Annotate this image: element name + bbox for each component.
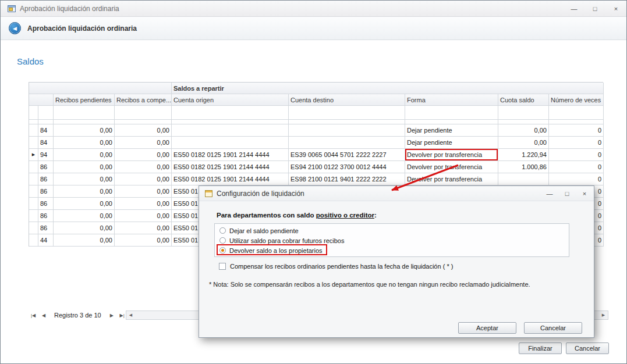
cell-recibos-pendientes[interactable]: 0,00	[54, 210, 115, 222]
cell-recibos-compensar[interactable]: 0,00	[115, 185, 172, 198]
cell-row-indicator[interactable]	[29, 234, 38, 247]
column-header-cuenta-destino[interactable]: Cuenta destino	[289, 94, 405, 106]
cell-cuota-saldo[interactable]: 0,00	[498, 124, 549, 137]
finalizar-button[interactable]: Finalizar	[519, 342, 562, 354]
back-button[interactable]: ◀	[9, 22, 21, 34]
cell-cuenta-origen[interactable]	[172, 137, 289, 149]
column-header-cuenta-origen[interactable]: Cuenta origen	[172, 94, 289, 106]
cell-row-indicator[interactable]	[29, 198, 38, 210]
cell-row-indicator[interactable]	[29, 161, 38, 173]
cell-id[interactable]: 86	[38, 173, 54, 185]
aceptar-button[interactable]: Aceptar	[458, 322, 516, 334]
cell-cuenta-destino[interactable]: ES39 0065 0044 5701 2222 2227	[289, 149, 405, 161]
cell-row-indicator[interactable]	[29, 173, 38, 185]
cell-cuota-saldo[interactable]: 1.220,94	[498, 149, 549, 161]
cell-cuenta-origen[interactable]: ES50 0182 0125 1901 2144 4444	[172, 161, 289, 173]
cell-cuota-saldo[interactable]: 0,00	[498, 137, 549, 149]
cell-recibos-compensar[interactable]: 0,00	[115, 222, 172, 234]
compensar-checkbox-row[interactable]: Compensar los recibos ordinarios pendien…	[219, 263, 453, 270]
cell-recibos-pendientes[interactable]: 0,00	[54, 198, 115, 210]
cell-cuenta-origen[interactable]: ES50 0182 0125 1901 2144 4444	[172, 173, 289, 185]
dialog-cancelar-button[interactable]: Cancelar	[524, 322, 582, 334]
cell-recibos-pendientes[interactable]: 0,00	[54, 124, 115, 137]
cell-row-indicator[interactable]	[29, 210, 38, 222]
cancelar-button[interactable]: Cancelar	[566, 342, 609, 354]
cell-recibos-pendientes[interactable]: 0,00	[54, 222, 115, 234]
cell-id[interactable]: 44	[38, 234, 54, 247]
cell-recibos-pendientes[interactable]: 0,00	[54, 234, 115, 247]
table-row[interactable]: 840,000,00Dejar pendiente0,000	[29, 124, 603, 137]
cell-id[interactable]: 86	[38, 185, 54, 198]
cell-cuenta-destino[interactable]: ES98 2100 0121 9401 2222 2222	[289, 173, 405, 185]
column-header-recibos-compensar[interactable]: Recibos a compe...	[115, 94, 172, 106]
table-row[interactable]: 860,000,00ES50 0182 0125 1901 2144 4444E…	[29, 173, 603, 185]
nav-next-icon[interactable]: ▶	[107, 311, 116, 319]
cell-recibos-pendientes[interactable]: 0,00	[54, 149, 115, 161]
cell-forma[interactable]: Dejar pendiente	[405, 137, 498, 149]
scroll-left-icon[interactable]: ◀	[126, 311, 135, 319]
column-header-cuota-saldo[interactable]: Cuota saldo	[498, 94, 549, 106]
cell-recibos-pendientes[interactable]: 0,00	[54, 185, 115, 198]
cell-id[interactable]: 86	[38, 161, 54, 173]
cell-row-indicator[interactable]	[29, 124, 38, 137]
cell-row-indicator[interactable]: ▶	[29, 149, 38, 161]
cell-forma[interactable]: Devolver por transferencia	[405, 161, 498, 173]
cell-id[interactable]: 86	[38, 210, 54, 222]
radio-option-dejar[interactable]: Dejar el saldo pendiente	[215, 226, 569, 235]
radio-label: Dejar el saldo pendiente	[229, 227, 299, 234]
radio-option-utilizar[interactable]: Utilizar saldo para cobrar futuros recib…	[215, 235, 569, 245]
cell-cuenta-destino[interactable]	[289, 137, 405, 149]
cell-numero-veces[interactable]: 0	[549, 137, 604, 149]
cell-recibos-compensar[interactable]: 0,00	[115, 234, 172, 247]
cell-id[interactable]: 86	[38, 222, 54, 234]
cell-recibos-compensar[interactable]: 0,00	[115, 173, 172, 185]
cell-row-indicator[interactable]	[29, 137, 38, 149]
restore-icon[interactable]: □	[591, 5, 598, 12]
cell-numero-veces[interactable]: 0	[549, 173, 604, 185]
cell-cuenta-destino[interactable]: ES94 2100 0122 3700 0012 4444	[289, 161, 405, 173]
cell-row-indicator[interactable]	[29, 185, 38, 198]
cell-id[interactable]: 86	[38, 198, 54, 210]
table-row[interactable]: 860,000,00ES50 0182 0125 1901 2144 4444E…	[29, 161, 603, 173]
minimize-icon[interactable]: —	[571, 5, 578, 12]
close-icon[interactable]: ×	[612, 5, 619, 12]
cell-recibos-compensar[interactable]: 0,00	[115, 210, 172, 222]
cell-forma[interactable]: Devolver por transferencia	[405, 173, 498, 185]
scroll-right-icon[interactable]: ▶	[599, 311, 608, 319]
cell-row-indicator[interactable]	[29, 222, 38, 234]
cell-forma[interactable]: Dejar pendiente	[405, 124, 498, 137]
cell-id[interactable]: 84	[38, 124, 54, 137]
table-row[interactable]: ▶940,000,00ES50 0182 0125 1901 2144 4444…	[29, 149, 603, 161]
dialog-close-icon[interactable]: ×	[581, 190, 588, 197]
configuracion-dialog: Configuración de liquidación — □ × Para …	[199, 185, 594, 338]
table-row[interactable]: 840,000,00Dejar pendiente0,000	[29, 137, 603, 149]
cell-cuenta-origen[interactable]	[172, 124, 289, 137]
cell-forma[interactable]: Devolver por transferencia	[405, 149, 498, 161]
column-header-forma[interactable]: Forma	[405, 94, 498, 106]
cell-recibos-compensar[interactable]: 0,00	[115, 161, 172, 173]
cell-numero-veces[interactable]: 0	[549, 161, 604, 173]
cell-id[interactable]: 84	[38, 137, 54, 149]
cell-recibos-pendientes[interactable]: 0,00	[54, 137, 115, 149]
column-header-numero-veces[interactable]: Número de veces	[549, 94, 604, 106]
cell-id[interactable]: 94	[38, 149, 54, 161]
cell-cuota-saldo[interactable]: 1.000,86	[498, 161, 549, 173]
cell-numero-veces[interactable]: 0	[549, 149, 604, 161]
dialog-restore-icon[interactable]: □	[564, 190, 571, 197]
cell-recibos-compensar[interactable]: 0,00	[115, 198, 172, 210]
cell-numero-veces[interactable]: 0	[549, 124, 604, 137]
cell-recibos-compensar[interactable]: 0,00	[115, 124, 172, 137]
cell-recibos-pendientes[interactable]: 0,00	[54, 161, 115, 173]
column-header-recibos-pendientes[interactable]: Recibos pendientes	[54, 94, 115, 106]
cell-cuenta-destino[interactable]	[289, 124, 405, 137]
nav-prev-icon[interactable]: ◀	[39, 311, 48, 319]
cell-recibos-compensar[interactable]: 0,00	[115, 137, 172, 149]
dialog-minimize-icon[interactable]: —	[546, 190, 553, 197]
cell-recibos-pendientes[interactable]: 0,00	[54, 173, 115, 185]
nav-first-icon[interactable]: |◀	[29, 311, 38, 319]
cell-cuenta-origen[interactable]: ES50 0182 0125 1901 2144 4444	[172, 149, 289, 161]
cell-recibos-compensar[interactable]: 0,00	[115, 149, 172, 161]
checkbox-icon[interactable]	[219, 263, 226, 270]
cell-cuota-saldo[interactable]	[498, 173, 549, 185]
radio-option-devolver[interactable]: Devolver saldo a los propietarios	[215, 245, 569, 255]
